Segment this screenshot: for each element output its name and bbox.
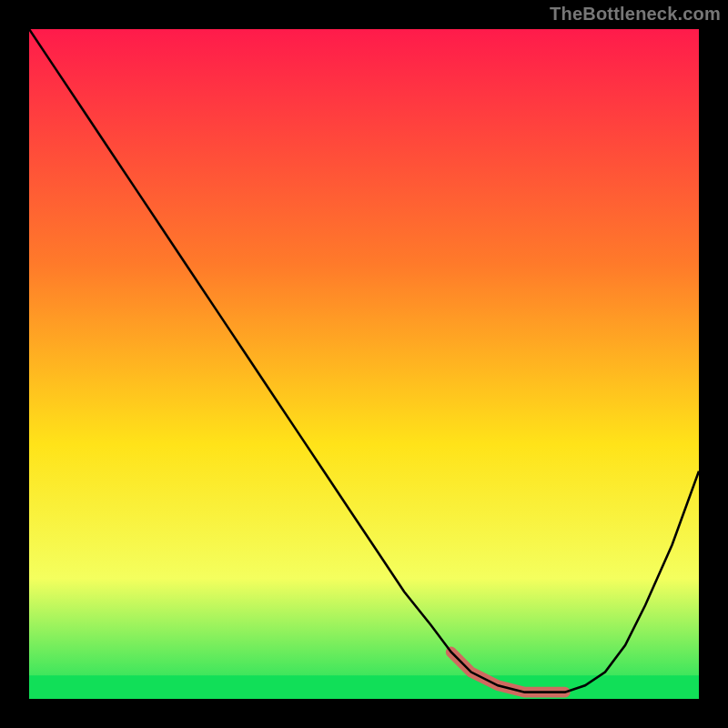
gradient-background [29, 29, 699, 699]
green-baseline-band [29, 675, 699, 699]
bottleneck-plot [29, 29, 699, 699]
watermark-label: TheBottleneck.com [550, 4, 721, 25]
chart-container: TheBottleneck.com [0, 0, 728, 728]
